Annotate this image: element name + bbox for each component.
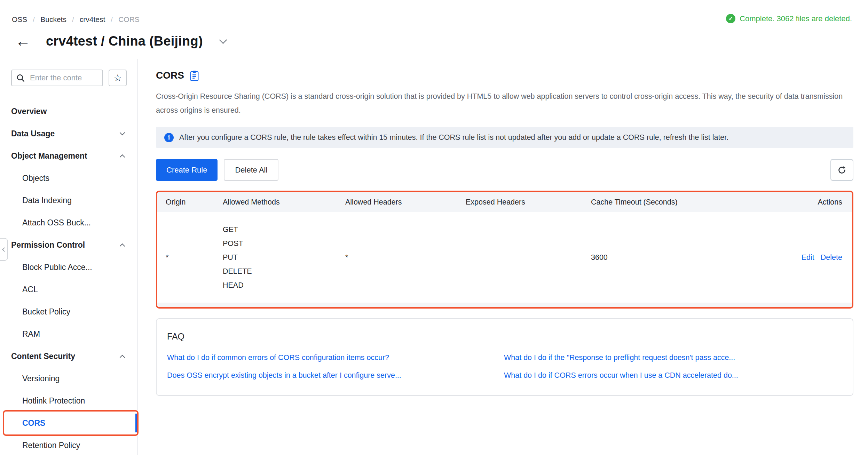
breadcrumb-bucket-name[interactable]: crv4test (80, 15, 105, 24)
sidebar-item-object-management[interactable]: Object Management (0, 145, 137, 167)
column-header-allowed-headers: Allowed Headers (345, 198, 466, 207)
sidebar-item-overview[interactable]: Overview (0, 100, 137, 122)
create-rule-button[interactable]: Create Rule (156, 159, 218, 181)
faq-link-cdn-accelerated[interactable]: What do I do if CORS errors occur when I… (504, 371, 842, 380)
sidebar: ☆ Overview Data Usage Object Management … (0, 59, 138, 455)
chevron-up-icon (120, 243, 125, 249)
sidebar-item-ram[interactable]: RAM (0, 323, 137, 345)
column-header-allowed-methods: Allowed Methods (223, 198, 345, 207)
sidebar-item-block-public-access[interactable]: Block Public Acce... (0, 256, 137, 278)
sidebar-collapse-handle[interactable] (0, 238, 8, 261)
documentation-clipboard-icon[interactable] (190, 70, 199, 81)
sidebar-item-bucket-policy[interactable]: Bucket Policy (0, 301, 137, 323)
sidebar-item-versioning[interactable]: Versioning (0, 367, 137, 390)
chevron-up-icon (120, 154, 125, 160)
sidebar-menu: Overview Data Usage Object Management Ob… (0, 100, 137, 455)
column-header-actions: Actions (758, 198, 852, 207)
column-header-cache-timeout: Cache Timeout (Seconds) (591, 198, 758, 207)
faq-link-encrypt-existing-objects[interactable]: Does OSS encrypt existing objects in a b… (167, 371, 504, 380)
column-header-exposed-headers: Exposed Headers (466, 198, 591, 207)
cors-rules-table: Origin Allowed Methods Allowed Headers E… (156, 191, 853, 309)
sidebar-item-hotlink-protection[interactable]: Hotlink Protection (0, 390, 137, 412)
cors-heading: CORS (156, 70, 184, 81)
notice-text: After you configure a CORS rule, the rul… (179, 133, 728, 142)
sidebar-item-content-security[interactable]: Content Security (0, 345, 137, 367)
breadcrumb-buckets[interactable]: Buckets (40, 15, 66, 24)
chevron-left-icon (2, 247, 7, 252)
favorite-star-button[interactable]: ☆ (109, 70, 127, 86)
table-row: * GET POST PUT DELETE HEAD * 3600 Edit D… (157, 212, 852, 303)
sidebar-item-cors[interactable]: CORS (0, 412, 137, 434)
breadcrumb-separator: / (111, 15, 113, 24)
notice-banner: i After you configure a CORS rule, the r… (156, 127, 853, 148)
refresh-icon (837, 165, 847, 175)
table-footer-strip (157, 303, 852, 307)
status-banner: ✓ Complete. 3062 files are deleted. (726, 14, 852, 23)
sidebar-item-objects[interactable]: Objects (0, 167, 137, 189)
table-header-row: Origin Allowed Methods Allowed Headers E… (157, 192, 852, 212)
breadcrumb: OSS / Buckets / crv4test / CORS (12, 15, 140, 24)
breadcrumb-separator: / (33, 15, 35, 24)
status-text: Complete. 3062 files are deleted. (740, 14, 852, 23)
search-icon (16, 73, 25, 82)
refresh-button[interactable] (830, 159, 853, 181)
faq-link-common-errors[interactable]: What do I do if common errors of CORS co… (167, 353, 504, 362)
delete-all-button[interactable]: Delete All (224, 159, 278, 181)
cell-origin: * (157, 253, 223, 262)
faq-link-preflight-request[interactable]: What do I do if the "Response to preflig… (504, 353, 842, 362)
cell-allowed-methods: GET POST PUT DELETE HEAD (223, 223, 345, 292)
delete-link[interactable]: Delete (821, 253, 842, 262)
cell-cache-timeout: 3600 (591, 253, 758, 262)
sidebar-search (11, 70, 103, 86)
faq-card: FAQ What do I do if common errors of COR… (156, 318, 853, 396)
check-circle-icon: ✓ (726, 14, 735, 23)
sidebar-item-attach-oss-bucket[interactable]: Attach OSS Buck... (0, 211, 137, 234)
breadcrumb-current-page: CORS (118, 15, 140, 24)
chevron-down-icon[interactable] (219, 36, 227, 44)
cell-allowed-headers: * (345, 253, 466, 262)
breadcrumb-separator: / (72, 15, 74, 24)
sidebar-item-acl[interactable]: ACL (0, 278, 137, 301)
faq-title: FAQ (167, 332, 842, 342)
page-header: ← crv4test / China (Beijing) (15, 33, 226, 49)
page-title: crv4test / China (Beijing) (46, 34, 203, 49)
active-item-indicator (135, 414, 137, 432)
sidebar-item-data-usage[interactable]: Data Usage (0, 122, 137, 145)
back-arrow-icon[interactable]: ← (15, 33, 31, 49)
sidebar-item-permission-control[interactable]: Permission Control (0, 234, 137, 256)
info-icon: i (164, 133, 174, 142)
chevron-up-icon (120, 354, 125, 360)
main-content: CORS Cross-Origin Resource Sharing (CORS… (156, 70, 853, 396)
cors-description: Cross-Origin Resource Sharing (CORS) is … (156, 89, 853, 117)
sidebar-item-data-indexing[interactable]: Data Indexing (0, 189, 137, 211)
edit-link[interactable]: Edit (802, 253, 814, 262)
sidebar-item-retention-policy[interactable]: Retention Policy (0, 434, 137, 455)
column-header-origin: Origin (157, 198, 223, 207)
chevron-down-icon (120, 130, 125, 135)
breadcrumb-oss[interactable]: OSS (12, 15, 27, 24)
